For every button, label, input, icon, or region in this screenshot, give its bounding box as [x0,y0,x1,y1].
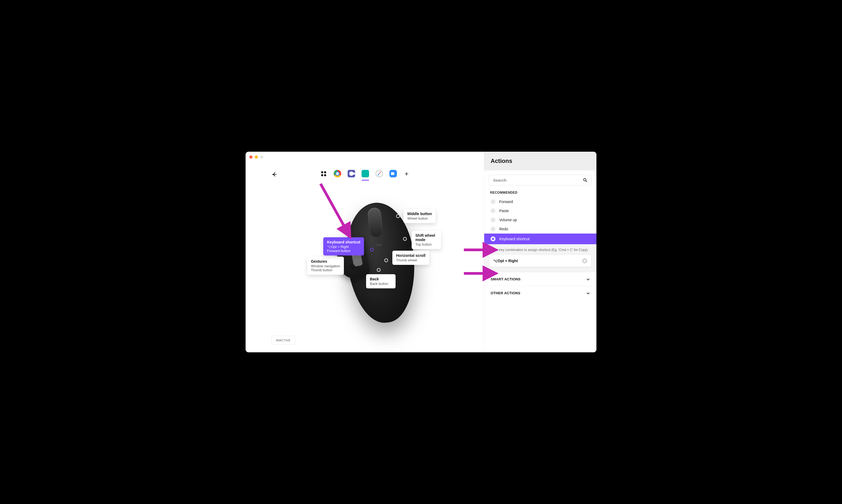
label-sub: Thumb wheel [396,258,426,262]
action-keyboard-shortcut[interactable]: Keyboard shortcut [484,234,597,244]
mouse-illustration: Middle button Wheel button Shift wheel m… [321,195,439,331]
inactive-button[interactable]: INACTIVE [271,336,295,345]
pin-hscroll[interactable] [384,258,388,262]
app-window: ＋ Middle button Wheel button Shift wheel… [245,152,597,352]
pin-forward[interactable] [370,248,374,251]
action-label: Redo [499,227,508,231]
smart-actions-section[interactable]: SMART ACTIONS [489,272,591,286]
action-volume-up[interactable]: Volume up [489,215,591,224]
label-sub: Top button [415,242,437,246]
app-all-profiles[interactable] [319,169,328,178]
chevron-down-icon [586,277,590,281]
chevron-down-icon [586,291,590,295]
clear-shortcut-button[interactable] [582,258,587,264]
close-icon [583,259,586,262]
section-label: OTHER ACTIONS [491,291,520,295]
svg-line-4 [586,181,587,182]
action-forward[interactable]: Forward [489,197,591,206]
label-sub: Wheel button [407,216,432,220]
recommended-list: Forward Paste Volume up Redo Keyboard sh… [489,197,591,272]
section-label: SMART ACTIONS [491,277,521,281]
label-back-button[interactable]: Back Back button [366,274,396,288]
label-sub2: Thumb button [311,268,340,272]
sidebar-title: Actions [491,158,590,164]
radio-icon [491,209,496,213]
app-logi[interactable] [361,169,370,178]
action-paste[interactable]: Paste [489,206,591,215]
device-config-pane: ＋ Middle button Wheel button Shift wheel… [245,152,484,352]
shortcut-value: ⌥Opt + Right [493,259,518,263]
shortcut-hint: Press key combination to assign shortcut… [489,248,591,252]
label-title: Middle button [407,212,432,216]
other-actions-section[interactable]: OTHER ACTIONS [489,286,591,300]
label-title: Horizontal scroll [396,253,426,258]
grid-icon [321,171,326,176]
close-window-button[interactable] [249,156,253,159]
label-sub: ⌥Opt + Right [327,245,360,249]
app-zoom[interactable] [389,169,397,178]
label-gestures[interactable]: Gestures Window navigation Thumb button [307,256,344,275]
zoom-window-button[interactable] [260,156,263,159]
svg-point-3 [584,178,586,181]
label-shift-wheel[interactable]: Shift wheel mode Top button [412,231,441,249]
logi-icon [362,170,369,177]
sidebar-header: Actions [484,152,597,170]
action-label: Forward [499,200,513,204]
app-chrome[interactable] [333,169,342,178]
zoom-icon [390,170,397,177]
teams-icon [348,170,355,177]
window-controls [249,156,263,159]
recommended-header: RECOMMENDED [490,191,590,195]
actions-sidebar: Actions RECOMMENDED Forward Paste [484,152,597,352]
label-sub2: Forward button [327,249,360,253]
action-label: Keyboard shortcut [499,237,530,241]
inactive-label: INACTIVE [276,339,291,342]
app-profile-switcher: ＋ [245,169,484,178]
add-app-button[interactable]: ＋ [403,169,410,178]
label-middle-button[interactable]: Middle button Wheel button [403,209,436,223]
label-sub: Window navigation [311,264,340,268]
label-title: Back [370,277,392,281]
pin-shift[interactable] [403,237,407,241]
label-sub: Back button [370,282,392,286]
pin-gestures[interactable] [351,265,355,268]
app-safari[interactable] [375,169,383,178]
radio-icon [491,199,496,204]
action-label: Paste [499,209,509,213]
radio-icon [491,217,496,222]
label-title: Shift wheel mode [415,233,437,242]
label-forward-button[interactable]: Keyboard shortcut ⌥Opt + Right Forward b… [323,237,364,255]
pin-middle[interactable] [396,214,400,218]
chrome-icon [334,170,341,177]
sidebar-body: RECOMMENDED Forward Paste Volume up Redo [484,170,597,352]
shortcut-config-panel: Press key combination to assign shortcut… [484,244,597,272]
pin-back[interactable] [377,268,381,272]
action-redo[interactable]: Redo [489,224,591,234]
radio-icon [491,236,496,241]
label-horizontal-scroll[interactable]: Horizontal scroll Thumb wheel [392,251,429,265]
minimize-window-button[interactable] [255,156,258,159]
search-icon [583,178,588,182]
radio-icon [491,227,496,231]
search-input[interactable] [493,178,583,182]
search-field[interactable] [489,175,591,185]
label-title: Gestures [311,259,340,264]
safari-icon [376,170,383,177]
shortcut-input[interactable]: ⌥Opt + Right [489,255,591,267]
app-teams[interactable] [347,169,356,178]
action-label: Volume up [499,218,517,222]
label-title: Keyboard shortcut [327,240,360,244]
